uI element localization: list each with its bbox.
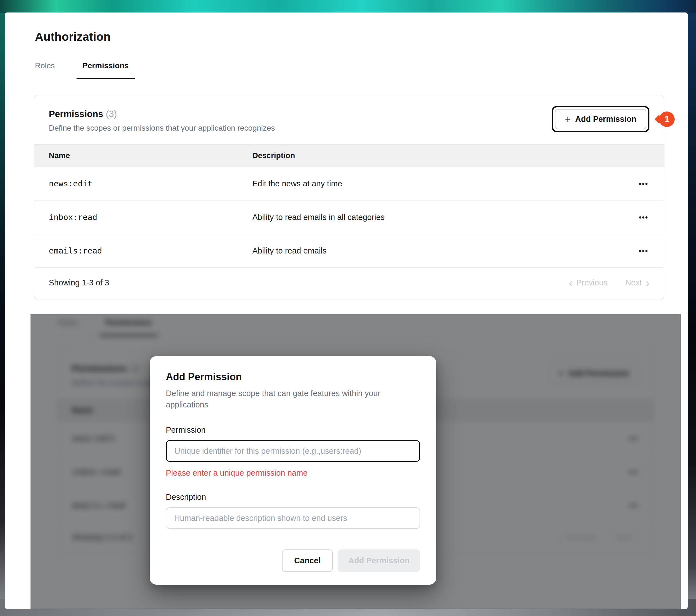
- permission-description: Ability to read emails in all categories: [252, 201, 622, 234]
- modal-subtitle: Define and manage scope that can gate fe…: [166, 388, 396, 410]
- page: Authorization Roles Permissions Permissi…: [5, 13, 688, 609]
- table-header-row: Name Description: [34, 144, 664, 167]
- permissions-card: Permissions (3) Define the scopes or per…: [34, 95, 664, 300]
- permission-error-message: Please enter a unique permission name: [166, 469, 420, 478]
- next-page-button[interactable]: Next ›: [625, 278, 649, 287]
- tab-permissions[interactable]: Permissions: [77, 61, 135, 79]
- permissions-table: Name Description news:edit Edit the news…: [34, 144, 664, 268]
- submit-add-permission-button[interactable]: Add Permission: [338, 550, 420, 572]
- description-input[interactable]: [166, 507, 420, 529]
- permissions-card-title-text: Permissions: [49, 109, 103, 119]
- next-label: Next: [625, 278, 642, 287]
- permission-description: Edit the news at any time: [252, 167, 622, 201]
- modal-actions: Cancel Add Permission: [166, 550, 420, 572]
- previous-label: Previous: [576, 278, 607, 287]
- annotation-badge-number: 1: [664, 114, 669, 124]
- table-row: inbox:read Ability to read emails in all…: [34, 201, 664, 234]
- permission-field-label: Permission: [166, 425, 420, 435]
- add-permission-modal: Add Permission Define and manage scope t…: [150, 356, 436, 585]
- description-field-label: Description: [166, 493, 420, 502]
- permissions-card-heading-group: Permissions (3) Define the scopes or per…: [49, 109, 275, 132]
- permission-input[interactable]: [166, 440, 420, 462]
- dimmed-tab-permissions: Permissions: [99, 318, 158, 336]
- add-permission-highlight-ring: + Add Permission 1: [552, 106, 649, 132]
- cancel-button[interactable]: Cancel: [282, 550, 333, 572]
- dimmed-add-permission-button: + Add Permission: [548, 363, 639, 383]
- column-header-actions: [622, 144, 664, 167]
- dimmed-tab-roles: Roles: [57, 318, 79, 336]
- permission-name: inbox:read: [34, 201, 252, 234]
- modal-title: Add Permission: [166, 371, 420, 383]
- frame-gradient-top: [0, 0, 696, 13]
- table-row: emails:read Ability to read emails •••: [34, 234, 664, 268]
- add-permission-button[interactable]: + Add Permission: [555, 109, 646, 129]
- tab-roles[interactable]: Roles: [34, 61, 56, 79]
- permissions-card-subtitle: Define the scopes or permissions that yo…: [49, 124, 275, 132]
- permissions-count: (3): [106, 109, 117, 119]
- pagination-summary: Showing 1-3 of 3: [49, 278, 109, 287]
- table-footer: Showing 1-3 of 3 ‹ Previous Next ›: [34, 268, 664, 300]
- tab-bar: Roles Permissions: [34, 61, 664, 79]
- column-header-description: Description: [252, 144, 622, 167]
- add-permission-button-label: Add Permission: [575, 114, 636, 124]
- permissions-card-header: Permissions (3) Define the scopes or per…: [34, 95, 664, 144]
- permission-name: emails:read: [34, 234, 252, 268]
- permission-description: Ability to read emails: [252, 234, 622, 268]
- permission-name: news:edit: [34, 167, 252, 201]
- column-header-name: Name: [34, 144, 252, 167]
- page-title: Authorization: [35, 30, 664, 44]
- table-row: news:edit Edit the news at any time •••: [34, 167, 664, 201]
- permissions-card-title: Permissions (3): [49, 109, 275, 119]
- pagination: ‹ Previous Next ›: [569, 278, 649, 287]
- previous-page-button[interactable]: ‹ Previous: [569, 278, 607, 287]
- annotation-badge-1: 1: [659, 111, 675, 127]
